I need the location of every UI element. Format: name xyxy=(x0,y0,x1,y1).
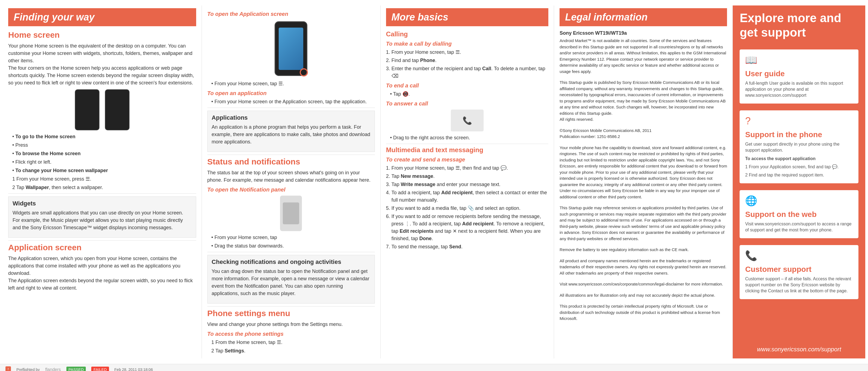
more-basics-title: More basics xyxy=(386,8,549,26)
flanders-logo-icon: f xyxy=(5,366,11,371)
legal-body1: Android Market™ is not available in all … xyxy=(560,38,727,74)
phone-settings-body: View and change your phone settings from… xyxy=(207,321,375,328)
legal-body7: All illustrations are for illustration o… xyxy=(560,292,727,299)
notification-panel-image xyxy=(280,195,302,231)
make-call-step2: Find and tap Phone. xyxy=(392,57,549,64)
open-notification-label: To open the Notification panel xyxy=(207,187,375,193)
legal-model: Sony Ericsson WT19i/WT19a xyxy=(560,30,727,36)
change-wallpaper-step2: 2 Tap Wallpaper, then select a wallpaper… xyxy=(12,184,196,191)
make-call-step1: From your Home screen, tap ☰. xyxy=(392,49,549,56)
status-notifications-body: The status bar at the top of your screen… xyxy=(207,169,375,184)
open-application-label: To open an application xyxy=(207,90,375,96)
checking-notifications-box: Checking notifications and ongoing activ… xyxy=(207,255,375,304)
legal-copyright: ©Sony Ericsson Mobile Communications AB,… xyxy=(560,128,727,134)
msg-step4: To add a recipient, tap Add recipient, t… xyxy=(392,189,549,204)
finding-panel: Finding your way Home screen Your phone … xyxy=(3,5,202,359)
support-phone-step1: 1 From your Application screen, find and… xyxy=(745,164,853,170)
access-step1: 1 From the Home screen, tap ☰. xyxy=(212,339,375,346)
support-web-text: Visit www.sonyericsson.com/support to ac… xyxy=(745,221,853,233)
msg-step3: Tap Write message and enter your message… xyxy=(392,181,549,188)
legal-body6: All product and company names mentioned … xyxy=(560,258,727,276)
make-call-steps: From your Home screen, tap ☰. Find and t… xyxy=(392,49,549,80)
applications-title: Applications xyxy=(212,114,370,121)
create-message-steps: From your Home screen, tap ☰, then find … xyxy=(392,164,549,250)
create-message-label: To create and send a message xyxy=(386,157,549,163)
legal-body3: Your mobile phone has the capability to … xyxy=(560,145,727,200)
open-app-step: From your Home screen, tap ☰. xyxy=(212,80,375,87)
orange-ring-app xyxy=(300,68,308,76)
msg-step6: If you want to add or remove recipients … xyxy=(392,213,549,242)
phone-mock-app xyxy=(275,21,307,76)
phone-settings-heading: Phone settings menu xyxy=(207,309,375,318)
user-guide-text: A full-length User guide is available on… xyxy=(745,80,853,99)
make-call-label: To make a call by dialling xyxy=(386,41,549,47)
browse-home-step: Flick right or left. xyxy=(12,158,196,166)
open-application-step: From your Home screen or the Application… xyxy=(212,98,375,105)
end-call-step: Tap 📵. xyxy=(390,90,549,98)
support-web-card: 🌐 Support on the web Visit www.sonyerics… xyxy=(740,190,859,238)
msg-step1: From your Home screen, tap ☰, then find … xyxy=(392,164,549,172)
checking-notifications-title: Checking notifications and ongoing activ… xyxy=(212,258,370,266)
user-guide-icon: 📖 xyxy=(745,54,853,66)
phone-image-left xyxy=(75,89,99,130)
msg-step7: To send the message, tap Send. xyxy=(392,243,549,250)
footer-brand: flanders xyxy=(45,367,61,371)
support-phone-title: Support in the phone xyxy=(745,130,853,139)
support-phone-step2: 2 Find and tap the required support item… xyxy=(745,172,853,178)
phone-image-right xyxy=(105,89,129,130)
phone-screen-app xyxy=(279,28,303,70)
access-phone-settings-label: To access the phone settings xyxy=(207,331,375,337)
applications-box: Applications An application is a phone p… xyxy=(207,111,375,152)
user-guide-title: User guide xyxy=(745,69,853,78)
checking-notifications-body: You can drag down the status bar to open… xyxy=(212,268,370,297)
change-wallpaper-label: To change your Home screen wallpaper xyxy=(12,167,196,174)
go-home-step: Press xyxy=(12,142,196,149)
answer-call-label: To answer a call xyxy=(386,100,549,107)
app-screen-phone-image xyxy=(207,21,375,76)
footer-timestamp: Feb 28, 2011 03:18:06 xyxy=(115,367,153,371)
legal-pub-number: Publication number: 1251-8586.2 xyxy=(560,133,727,140)
make-call-step3: Enter the number of the recipient and ta… xyxy=(392,65,549,80)
phone-images-row xyxy=(8,89,196,130)
legal-visit: Visit www.sonyericsson.com/cws/corporate… xyxy=(560,281,727,287)
footer-logo: f xyxy=(5,366,11,371)
legal-body4: This Startup guide may reference service… xyxy=(560,205,727,242)
support-phone-access-label: To access the support application xyxy=(745,156,853,162)
passed-badge: PASSED xyxy=(66,367,86,371)
customer-support-card: 📞 Customer support Customer support – if… xyxy=(740,245,859,299)
support-phone-text: Get user support directly in your phone … xyxy=(745,141,853,154)
svg-text:f: f xyxy=(8,368,9,371)
status-notifications-heading: Status and notifications xyxy=(207,157,375,166)
answer-call-step: Drag to the right across the screen. xyxy=(390,134,549,142)
widgets-body: Widgets are small applications that you … xyxy=(12,209,192,231)
end-call-label: To end a call xyxy=(386,83,549,89)
change-wallpaper-step1: 1 From your Home screen, press ☰. xyxy=(12,176,196,183)
hand-graphic xyxy=(283,203,299,224)
legal-body8: This product is protected by certain int… xyxy=(560,303,727,322)
app-screen-body: The Application screen, which you open f… xyxy=(8,255,196,292)
access-step2: 2 Tap Settings. xyxy=(212,347,375,354)
explore-title: Explore more and get support xyxy=(740,11,859,40)
legal-body2: This Startup guide is published by Sony … xyxy=(560,80,727,123)
support-phone-icon: ? xyxy=(745,115,853,127)
home-screen-heading: Home screen xyxy=(8,30,196,40)
go-home-label: To go to the Home screen xyxy=(12,133,196,141)
legal-title: Legal information xyxy=(560,8,727,26)
support-web-title: Support on the web xyxy=(745,210,853,219)
customer-support-icon: 📞 xyxy=(745,250,853,261)
explore-website: www.sonyericsson.com/support xyxy=(740,346,859,353)
calling-heading: Calling xyxy=(386,30,549,38)
finding-title: Finding your way xyxy=(8,8,196,26)
preflight-label: Preflighted by xyxy=(17,367,40,371)
support-web-icon: 🌐 xyxy=(745,195,853,207)
legal-panel: Legal information Sony Ericsson WT19i/WT… xyxy=(554,5,733,359)
msg-step5: If you want to add a media file, tap 📎 a… xyxy=(392,205,549,212)
failed-badge: FAILED xyxy=(91,367,109,371)
support-phone-card: ? Support in the phone Get user support … xyxy=(740,111,859,183)
app-screen-heading: Application screen xyxy=(8,243,196,252)
home-screen-body: Your phone Home screen is the equivalent… xyxy=(8,42,196,87)
applications-body: An application is a phone program that h… xyxy=(212,123,370,146)
explore-panel: Explore more and get support 📖 User guid… xyxy=(733,5,865,359)
customer-support-text: Customer support – if all else fails. Ac… xyxy=(745,276,853,294)
calling-image: 📞 xyxy=(451,110,484,131)
